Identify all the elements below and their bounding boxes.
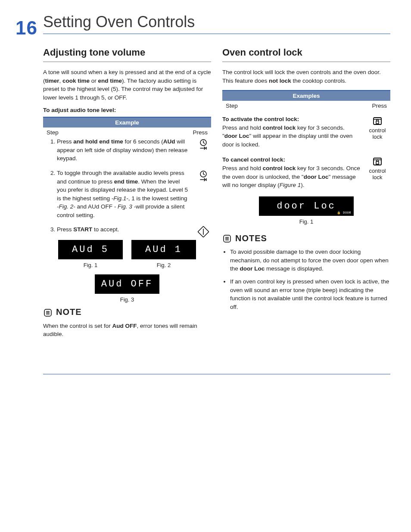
section-control-lock: Oven control lock The control lock will … (222, 47, 390, 344)
notes-list: To avoid possible damage to the oven doo… (222, 248, 390, 311)
note-text: When the control is set for Aud OFF, err… (43, 322, 211, 339)
cancel-title: To cancel control lock: (222, 156, 360, 164)
step-item: Press START to accept. (57, 225, 211, 234)
notes-title: NOTES (235, 233, 267, 243)
start-icon (196, 226, 211, 237)
display-aud5: AUd 5 (58, 240, 123, 259)
page-title: Setting Oven Controls (43, 13, 390, 31)
col-step: Step (226, 103, 372, 109)
cancel-text: Press and hold control lock key for 3 se… (222, 165, 360, 188)
intro-tone-volume: A tone will sound when a key is pressed … (43, 68, 211, 102)
example-table-tone: Example Step Press (43, 117, 211, 137)
note-title: NOTE (56, 307, 82, 317)
end-time-icon (196, 170, 211, 182)
activate-text: Press and hold control lock key for 3 se… (222, 124, 352, 148)
intro-control-lock: The control lock will lock the oven cont… (222, 68, 390, 85)
display-door-loc: door Loc 🔒 DOOR (259, 196, 354, 216)
note-icon (222, 233, 232, 244)
display-aud-off: AUd OFF (95, 274, 159, 294)
svg-rect-11 (376, 121, 379, 124)
note-bullet: If an oven control key is pressed when o… (230, 277, 390, 311)
svg-rect-14 (376, 162, 379, 164)
fig-1-caption: Fig. 1 (58, 262, 123, 268)
notes-box: NOTES To avoid possible damage to the ov… (222, 233, 390, 311)
note-bullet: To avoid possible damage to the oven doo… (230, 248, 390, 273)
footer-rule (43, 374, 390, 374)
control-lock-icon (371, 158, 383, 165)
col-press: Press (372, 103, 387, 109)
col-step: Step (47, 129, 193, 136)
note-box: NOTE When the control is set for Aud OFF… (43, 307, 211, 339)
col-press: Press (193, 129, 208, 136)
step-intro-tone: To adjust audio tone level: (43, 107, 211, 113)
display-aud1: AUd 1 (131, 240, 196, 259)
steps-list-tone: Press and hold end time for 6 seconds (A… (43, 137, 211, 234)
control-lock-label: control lock (364, 127, 390, 140)
step-item: Press and hold end time for 6 seconds (A… (57, 137, 211, 163)
example-header: Example (43, 118, 211, 128)
examples-header: Examples (222, 91, 390, 101)
heading-control-lock: Oven control lock (222, 47, 390, 62)
step-item: To toggle through the available audio le… (57, 169, 211, 219)
control-lock-label: control lock (364, 168, 390, 180)
note-icon (43, 307, 53, 317)
door-lock-indicator: 🔒 DOOR (337, 211, 351, 215)
section-tone-volume: Adjusting tone volume A tone will sound … (43, 47, 211, 344)
heading-tone-volume: Adjusting tone volume (43, 47, 211, 62)
end-time-icon (196, 138, 211, 150)
examples-table-lock: Examples Step Press (222, 90, 390, 111)
fig-3-caption: Fig. 3 (43, 296, 211, 303)
fig-1-caption-lock: Fig. 1 (222, 218, 390, 225)
fig-2-caption: Fig. 2 (131, 262, 196, 268)
page-number: 16 (16, 17, 43, 39)
activate-title: To activate the control lock: (222, 115, 360, 124)
control-lock-icon (371, 118, 383, 124)
